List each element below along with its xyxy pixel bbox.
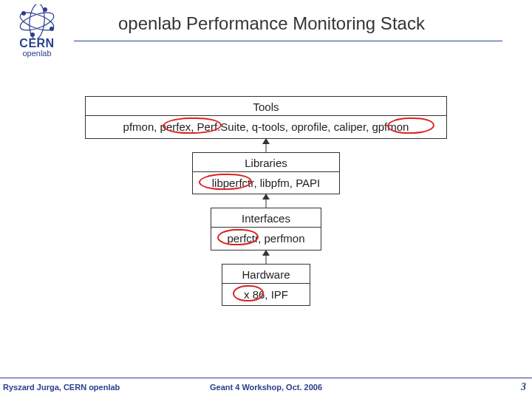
layer-title: Tools <box>86 97 446 116</box>
layer-box: Interfaces perfctr, perfmon <box>211 208 321 250</box>
stack-diagram: Tools pfmon, perfex, Perf.Suite, q-tools… <box>0 96 532 306</box>
svg-point-3 <box>21 11 26 16</box>
footer-author: Ryszard Jurga, CERN openlab <box>3 383 120 392</box>
layer-items: pfmon, perfex, Perf.Suite, q-tools, opro… <box>86 116 446 137</box>
layer-tools: Tools pfmon, perfex, Perf.Suite, q-tools… <box>85 96 447 139</box>
layer-title: Hardware <box>222 265 310 284</box>
layer-box: Libraries libperfctr, libpfm, PAPI <box>192 152 340 195</box>
layer-items-text: x 86, IPF <box>244 288 288 301</box>
layer-items: libperfctr, libpfm, PAPI <box>193 172 339 194</box>
layer-items: x 86, IPF <box>222 284 310 305</box>
layer-hardware: Hardware x 86, IPF <box>222 264 310 307</box>
layer-items-text: perfctr, perfmon <box>227 232 304 245</box>
slide-header: CERN openlab openlab Performance Monitor… <box>0 0 532 49</box>
logo-text-openlab: openlab <box>7 49 66 58</box>
svg-point-4 <box>50 27 54 31</box>
svg-point-6 <box>43 7 47 12</box>
layer-title: Libraries <box>193 153 339 172</box>
slide-number: 3 <box>521 381 526 393</box>
layer-items-text: libperfctr, libpfm, PAPI <box>212 177 320 189</box>
title-underline <box>74 41 502 41</box>
layer-items-text: pfmon, perfex, Perf.Suite, q-tools, opro… <box>123 120 409 133</box>
layer-libraries: Libraries libperfctr, libpfm, PAPI <box>192 152 340 195</box>
layer-box: Hardware x 86, IPF <box>222 264 310 307</box>
layer-interfaces: Interfaces perfctr, perfmon <box>211 208 321 250</box>
slide-footer: Ryszard Jurga, CERN openlab Geant 4 Work… <box>0 380 532 395</box>
openlab-orbit-icon <box>16 4 58 38</box>
slide-title: openlab Performance Monitoring Stack <box>118 13 425 34</box>
cern-openlab-logo: CERN openlab <box>7 4 66 67</box>
layer-items: perfctr, perfmon <box>211 228 321 249</box>
layer-box: Tools pfmon, perfex, Perf.Suite, q-tools… <box>85 96 447 139</box>
layer-title: Interfaces <box>211 208 321 228</box>
footer-divider <box>0 378 532 378</box>
